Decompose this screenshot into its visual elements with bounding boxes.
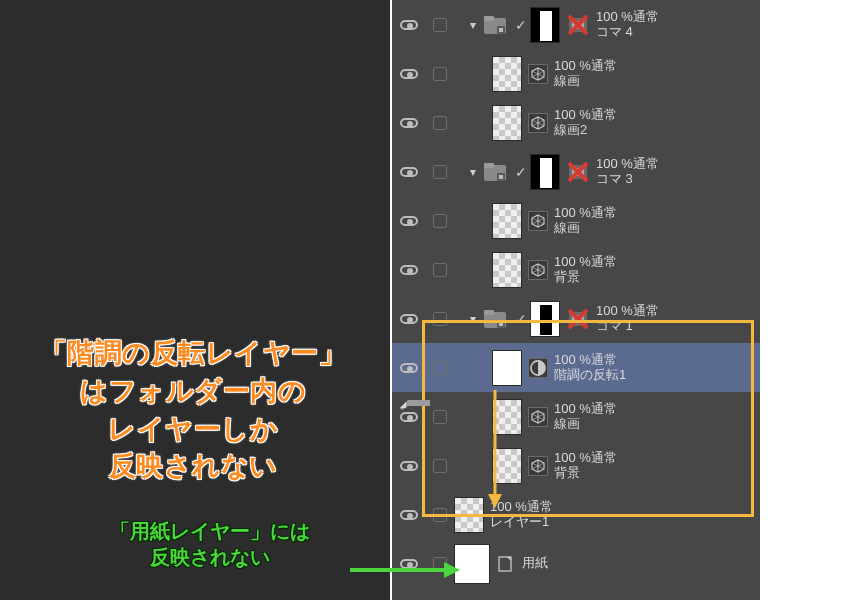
- eye-icon: [400, 461, 418, 471]
- layer-label-block: 100 %通常コマ 4: [596, 10, 659, 40]
- folder-mask-thumbnail[interactable]: [530, 7, 560, 43]
- eye-icon: [400, 216, 418, 226]
- layer-label-block: 100 %通常背景: [554, 255, 617, 285]
- layer-row-線画2[interactable]: 100 %通常線画2: [392, 98, 760, 147]
- lock-toggle[interactable]: [426, 312, 454, 326]
- layer-opacity-mode: 100 %通常: [554, 451, 617, 466]
- layers-panel: ▾✓100 %通常コマ 4100 %通常線画100 %通常線画2▾✓100 %通…: [392, 0, 760, 600]
- lock-toggle[interactable]: [426, 67, 454, 81]
- lock-toggle[interactable]: [426, 459, 454, 473]
- layer-row-レイヤー1[interactable]: 100 %通常レイヤー1: [392, 490, 760, 539]
- layer-thumbnail[interactable]: [492, 399, 522, 435]
- eye-icon: [400, 363, 418, 373]
- layer-row-コマ 1[interactable]: ▾✓100 %通常コマ 1: [392, 294, 760, 343]
- svg-rect-35: [499, 322, 503, 326]
- layer-row-線画[interactable]: 100 %通常線画: [392, 392, 760, 441]
- paper-thumbnail[interactable]: [454, 544, 490, 584]
- layer-opacity-mode: 100 %通常: [554, 59, 617, 74]
- lock-toggle[interactable]: [426, 557, 454, 571]
- layer-label-block: 100 %通常レイヤー1: [490, 500, 553, 530]
- visibility-toggle[interactable]: [392, 363, 426, 373]
- layer-label-block: 100 %通常線画: [554, 206, 617, 236]
- lock-toggle[interactable]: [426, 214, 454, 228]
- layer-name: 線画: [554, 221, 617, 236]
- lock-toggle[interactable]: [426, 263, 454, 277]
- reference-disabled-icon: [566, 307, 590, 331]
- visibility-toggle[interactable]: [392, 412, 426, 422]
- lock-icon: [433, 557, 447, 571]
- visibility-toggle[interactable]: [392, 69, 426, 79]
- folder-collapse-toggle[interactable]: ▾: [464, 165, 482, 179]
- layer-opacity-mode: 100 %通常: [596, 304, 659, 319]
- layer-name: 用紙: [522, 556, 548, 571]
- layer-opacity-mode: 100 %通常: [554, 255, 617, 270]
- eye-icon: [400, 167, 418, 177]
- visibility-toggle[interactable]: [392, 118, 426, 128]
- folder-mask-thumbnail[interactable]: [530, 301, 560, 337]
- svg-rect-17: [484, 163, 494, 168]
- layer-row-背景[interactable]: 100 %通常背景: [392, 441, 760, 490]
- layer-row-線画[interactable]: 100 %通常線画: [392, 49, 760, 98]
- right-margin: [760, 0, 850, 600]
- svg-rect-33: [484, 310, 494, 315]
- layer-name: 背景: [554, 466, 617, 481]
- visibility-toggle[interactable]: [392, 20, 426, 30]
- layer-opacity-mode: 100 %通常: [554, 353, 626, 368]
- lock-icon: [433, 116, 447, 130]
- lock-icon: [433, 214, 447, 228]
- layer-thumbnail[interactable]: [492, 252, 522, 288]
- folder-collapse-toggle[interactable]: ▾: [464, 312, 482, 326]
- layer-label-block: 100 %通常背景: [554, 451, 617, 481]
- cube-icon: [528, 456, 548, 476]
- lock-icon: [433, 312, 447, 326]
- layer-row-線画[interactable]: 100 %通常線画: [392, 196, 760, 245]
- visibility-toggle[interactable]: [392, 559, 426, 569]
- layer-row-用紙[interactable]: 用紙: [392, 539, 760, 588]
- cube-icon: [528, 211, 548, 231]
- lock-toggle[interactable]: [426, 410, 454, 424]
- layer-row-階調の反転1[interactable]: 100 %通常階調の反転1: [392, 343, 760, 392]
- layer-thumbnail[interactable]: [492, 448, 522, 484]
- visibility-toggle[interactable]: [392, 314, 426, 324]
- lock-toggle[interactable]: [426, 116, 454, 130]
- svg-rect-1: [484, 16, 494, 21]
- adjustment-layer-icon: [528, 358, 548, 378]
- svg-rect-19: [499, 175, 503, 179]
- folder-collapse-toggle[interactable]: ▾: [464, 18, 482, 32]
- layer-name: 線画2: [554, 123, 617, 138]
- folder-mask-thumbnail[interactable]: [530, 154, 560, 190]
- lock-icon: [433, 67, 447, 81]
- visibility-toggle[interactable]: [392, 461, 426, 471]
- layer-thumbnail[interactable]: [492, 203, 522, 239]
- layer-name: 階調の反転1: [554, 368, 626, 383]
- cube-icon: [528, 113, 548, 133]
- layer-thumbnail[interactable]: [454, 497, 484, 533]
- layer-row-コマ 4[interactable]: ▾✓100 %通常コマ 4: [392, 0, 760, 49]
- lock-icon: [433, 361, 447, 375]
- lock-icon: [433, 165, 447, 179]
- eye-icon: [400, 265, 418, 275]
- layer-thumbnail[interactable]: [492, 350, 522, 386]
- layer-thumbnail[interactable]: [492, 56, 522, 92]
- visibility-toggle[interactable]: [392, 216, 426, 226]
- layer-label-block: 100 %通常線画: [554, 59, 617, 89]
- visibility-toggle[interactable]: [392, 510, 426, 520]
- visibility-toggle[interactable]: [392, 167, 426, 177]
- layer-name: レイヤー1: [490, 515, 553, 530]
- lock-icon: [433, 508, 447, 522]
- layer-row-コマ 3[interactable]: ▾✓100 %通常コマ 3: [392, 147, 760, 196]
- check-icon: ✓: [512, 164, 530, 180]
- cube-icon: [528, 64, 548, 84]
- lock-toggle[interactable]: [426, 361, 454, 375]
- eye-icon: [400, 314, 418, 324]
- lock-icon: [433, 18, 447, 32]
- lock-toggle[interactable]: [426, 165, 454, 179]
- layer-thumbnail[interactable]: [492, 105, 522, 141]
- lock-icon: [433, 263, 447, 277]
- layer-name: 線画: [554, 74, 617, 89]
- layer-row-背景[interactable]: 100 %通常背景: [392, 245, 760, 294]
- lock-toggle[interactable]: [426, 508, 454, 522]
- lock-toggle[interactable]: [426, 18, 454, 32]
- visibility-toggle[interactable]: [392, 265, 426, 275]
- annotation-green: 「用紙レイヤー」には 反映されない: [70, 518, 350, 570]
